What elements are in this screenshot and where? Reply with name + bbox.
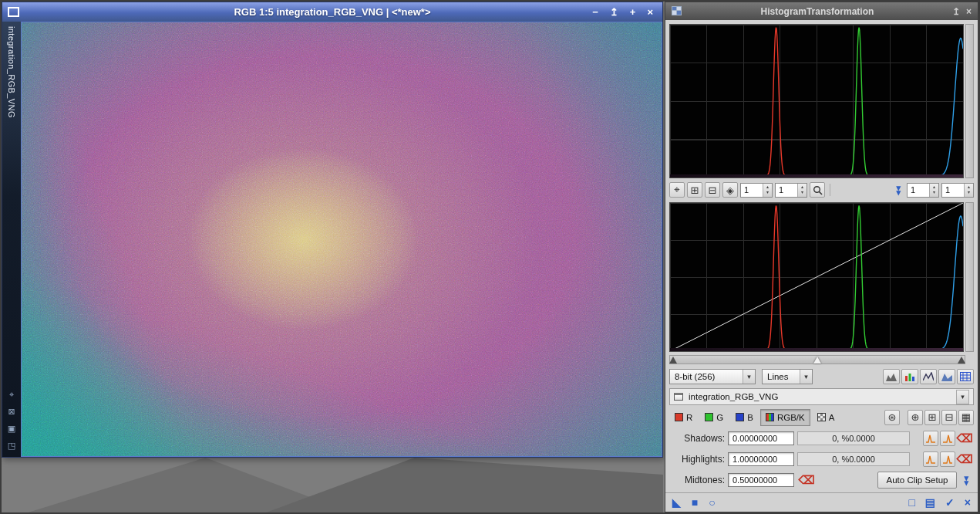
histogram-option-icon-3[interactable]: ⊟ bbox=[941, 410, 957, 425]
graph-style-select[interactable]: Lines ▾ bbox=[762, 369, 813, 384]
section-collapse-icon[interactable]: ▾▾ bbox=[896, 185, 901, 194]
image-selector-strip: integration_RGB_VNG ⌖ ⊠ ▣ ◳ bbox=[2, 22, 21, 457]
shadows-clip-icon-1[interactable] bbox=[923, 431, 938, 446]
close-icon[interactable]: × bbox=[966, 6, 972, 17]
horizontal-zoom-spin[interactable]: 1 ▴▾ bbox=[740, 183, 773, 198]
midtones-slider-handle[interactable] bbox=[813, 357, 821, 364]
channel-toggle-g[interactable]: G bbox=[699, 409, 729, 426]
chart-style-line-icon[interactable] bbox=[920, 369, 937, 384]
shadows-clipping-readout: 0, %0.0000 bbox=[797, 431, 910, 445]
reset-icon[interactable]: × bbox=[965, 496, 971, 509]
panel-titlebar[interactable]: HistogramTransformation ↥ × bbox=[665, 2, 978, 20]
spin-up-icon[interactable]: ▴ bbox=[930, 184, 938, 190]
chevron-down-icon: ▾ bbox=[800, 370, 812, 384]
vertical-scroll-slider[interactable] bbox=[965, 24, 974, 178]
real-time-preview-icon[interactable]: ○ bbox=[709, 496, 715, 509]
shadows-slider-handle[interactable] bbox=[669, 357, 677, 364]
zoom-to-fit-icon[interactable]: ⊞ bbox=[687, 182, 702, 198]
chart-style-area-icon[interactable] bbox=[883, 369, 900, 384]
image-tab-integration-rgb-vng[interactable]: integration_RGB_VNG bbox=[7, 26, 16, 118]
highlights-label: Highlights: bbox=[671, 454, 725, 465]
reset-zoom-icon[interactable]: ⊟ bbox=[705, 182, 720, 198]
midtones-reset-icon[interactable]: ⌫ bbox=[799, 472, 814, 488]
transfer-histogram-plot[interactable] bbox=[669, 202, 964, 352]
view-tool-icon-4[interactable]: ◳ bbox=[8, 441, 15, 451]
new-instance-icon[interactable]: ◣ bbox=[672, 496, 681, 509]
resolution-select[interactable]: 8-bit (256) ▾ bbox=[669, 369, 756, 384]
channel-toggle-b[interactable]: B bbox=[730, 409, 759, 426]
shadows-clip-icon-2[interactable] bbox=[940, 431, 955, 446]
histogram-gradient-strip bbox=[670, 174, 963, 178]
chart-style-bars-icon[interactable] bbox=[901, 369, 918, 384]
channel-toggle-alpha[interactable]: A bbox=[812, 409, 840, 426]
window-icon bbox=[674, 393, 683, 401]
panel-title: HistogramTransformation bbox=[689, 6, 946, 17]
spin-up-icon[interactable]: ▴ bbox=[798, 184, 807, 190]
image-speckle-overlay bbox=[22, 22, 662, 456]
image-window: RGB 1:5 integration_RGB_VNG | <*new*> − … bbox=[2, 2, 663, 458]
highlights-slider-handle[interactable] bbox=[958, 357, 965, 364]
window-icon bbox=[8, 7, 19, 17]
image-window-title: RGB 1:5 integration_RGB_VNG | <*new*> bbox=[2, 6, 662, 18]
readout-mode-icon[interactable]: ◈ bbox=[722, 182, 738, 198]
shadows-row: Shadows: 0.00000000 0, %0.0000 ⌫ bbox=[669, 429, 974, 447]
track-cursor-icon[interactable]: ⌖ bbox=[669, 182, 685, 198]
magnifier-icon[interactable] bbox=[810, 182, 825, 198]
highlights-clip-icon-1[interactable] bbox=[923, 451, 938, 467]
view-selector[interactable]: integration_RGB_VNG ▾ bbox=[669, 388, 974, 405]
spin-down-icon[interactable]: ▾ bbox=[798, 190, 807, 195]
auto-clip-setup-button[interactable]: Auto Clip Setup bbox=[877, 472, 958, 489]
minimize-icon[interactable]: − bbox=[592, 6, 598, 18]
section-collapse-icon[interactable]: ▾▾ bbox=[964, 475, 968, 485]
highlights-row: Highlights: 1.00000000 0, %0.0000 ⌫ bbox=[669, 450, 974, 468]
chart-style-filled-icon[interactable] bbox=[938, 369, 955, 384]
histogram-option-icon-2[interactable]: ⊞ bbox=[924, 410, 940, 425]
view-tool-icon-1[interactable]: ⌖ bbox=[8, 390, 15, 400]
image-window-titlebar[interactable]: RGB 1:5 integration_RGB_VNG | <*new*> − … bbox=[2, 2, 662, 22]
channel-toggle-r[interactable]: R bbox=[669, 409, 698, 426]
vertical-scroll-slider[interactable] bbox=[965, 202, 974, 352]
spin-down-icon[interactable]: ▾ bbox=[763, 190, 772, 195]
spin-down-icon[interactable]: ▾ bbox=[930, 190, 938, 195]
process-icon bbox=[672, 6, 682, 16]
spin-down-icon[interactable]: ▾ bbox=[965, 190, 973, 195]
graph-horizontal-zoom-spin[interactable]: 1 ▴▾ bbox=[907, 183, 939, 198]
shade-icon[interactable]: ↥ bbox=[610, 6, 618, 18]
shade-icon[interactable]: ↥ bbox=[952, 6, 960, 17]
browse-documentation-icon[interactable]: ▤ bbox=[925, 496, 935, 509]
graph-vertical-zoom-spin[interactable]: 1 ▴▾ bbox=[941, 183, 974, 198]
levels-slider[interactable] bbox=[669, 355, 965, 365]
chevron-down-icon: ▾ bbox=[956, 390, 969, 404]
shadows-label: Shadows: bbox=[671, 433, 725, 444]
spin-up-icon[interactable]: ▴ bbox=[763, 184, 772, 190]
shadows-input[interactable]: 0.00000000 bbox=[728, 431, 794, 445]
highlights-input[interactable]: 1.00000000 bbox=[728, 452, 794, 466]
highlights-reset-icon[interactable]: ⌫ bbox=[957, 451, 972, 467]
chevron-down-icon: ▾ bbox=[743, 370, 755, 384]
apply-icon[interactable]: ■ bbox=[692, 496, 698, 509]
zoom-icon[interactable]: + bbox=[630, 6, 636, 18]
image-canvas[interactable] bbox=[21, 22, 662, 457]
midtones-label: Midtones: bbox=[671, 475, 725, 485]
track-view-icon[interactable]: ⊛ bbox=[884, 410, 900, 425]
highlights-clip-icon-2[interactable] bbox=[940, 451, 955, 467]
shadows-reset-icon[interactable]: ⌫ bbox=[957, 431, 972, 446]
vertical-zoom-spin[interactable]: 1 ▴▾ bbox=[775, 183, 807, 198]
histogram-option-icon-1[interactable]: ⊕ bbox=[908, 410, 923, 425]
channel-toggle-rgbk[interactable]: RGB/K bbox=[760, 409, 810, 426]
view-tool-icon-3[interactable]: ▣ bbox=[8, 424, 15, 434]
view-tool-icon-2[interactable]: ⊠ bbox=[8, 407, 15, 417]
spin-up-icon[interactable]: ▴ bbox=[965, 184, 973, 190]
histogram-transformation-window: HistogramTransformation ↥ × ⌖ ⊞ ⊟ ◈ 1 ▴▾… bbox=[665, 2, 978, 512]
edit-instance-icon[interactable]: □ bbox=[908, 496, 914, 509]
close-icon[interactable]: × bbox=[647, 6, 653, 18]
midtones-input[interactable]: 0.50000000 bbox=[728, 473, 794, 487]
view-selector-value: integration_RGB_VNG bbox=[689, 392, 778, 401]
execute-icon[interactable]: ✓ bbox=[945, 496, 955, 509]
histogram-option-icon-4[interactable]: ▦ bbox=[958, 410, 974, 425]
input-histogram-plot[interactable] bbox=[669, 24, 964, 178]
highlights-clipping-readout: 0, %0.0000 bbox=[797, 452, 910, 466]
midtones-row: Midtones: 0.50000000 ⌫ Auto Clip Setup ▾… bbox=[669, 471, 974, 489]
chart-style-grid-icon[interactable] bbox=[957, 369, 974, 384]
red-swatch bbox=[675, 413, 683, 421]
